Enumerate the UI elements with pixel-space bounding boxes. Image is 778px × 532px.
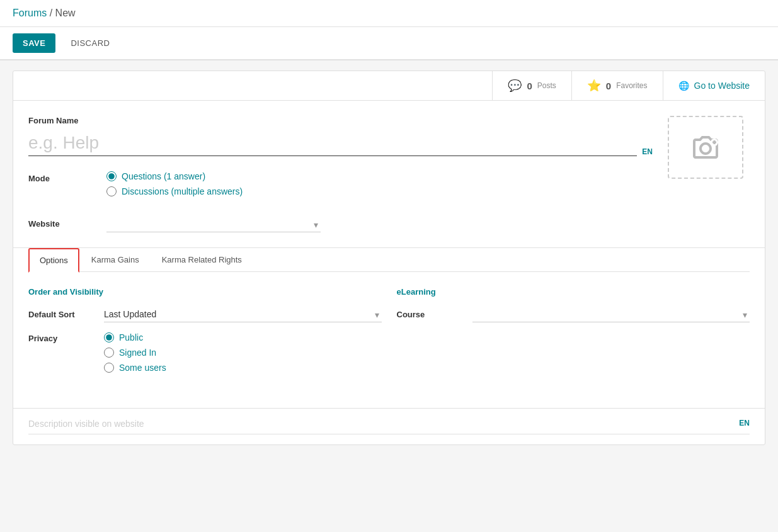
default-sort-row: Default Sort Last Updated Most Voted New… (28, 307, 382, 322)
privacy-some-users-label: Some users (119, 363, 166, 373)
favorites-label: Favorites (616, 81, 647, 90)
tab-options[interactable]: Options (28, 248, 79, 273)
tabs-section: Options Karma Gains Karma Related Rights… (13, 247, 765, 403)
course-row: Course ▾ (397, 307, 750, 322)
photo-upload[interactable] (668, 116, 743, 179)
tab-content-grid: Order and Visibility Default Sort Last U… (28, 287, 750, 388)
order-visibility-title: Order and Visibility (28, 287, 382, 297)
discard-button[interactable]: DISCARD (60, 33, 120, 53)
elearning-title: eLearning (397, 287, 750, 297)
tabs-bar: Options Karma Gains Karma Related Rights (28, 248, 750, 272)
website-field: Website ▾ (28, 217, 653, 232)
default-sort-label: Default Sort (28, 310, 104, 319)
go-website-label: Go to Website (694, 81, 750, 91)
mode-questions-label: Questions (1 answer) (122, 171, 205, 181)
save-button[interactable]: SAVE (13, 33, 55, 53)
posts-stat: 💬 0 Posts (492, 71, 571, 100)
description-row: Description visible on website EN (28, 419, 750, 434)
mode-field: Mode Questions (1 answer) Discussions (m… (28, 171, 653, 201)
privacy-signed-in[interactable]: Signed In (104, 348, 166, 358)
privacy-some-users[interactable]: Some users (104, 363, 166, 373)
tab-content-options: Order and Visibility Default Sort Last U… (28, 271, 750, 403)
course-select-wrapper: ▾ (472, 307, 750, 322)
form-main: Forum Name EN Mode Questions (1 answer) … (28, 116, 653, 232)
mode-discussions[interactable]: Discussions (multiple answers) (106, 186, 653, 196)
privacy-public-label: Public (119, 332, 143, 342)
forum-name-field: Forum Name EN (28, 116, 653, 156)
privacy-row: Privacy Public Signed In (28, 332, 382, 378)
mode-discussions-label: Discussions (multiple answers) (122, 186, 243, 196)
main-content: 💬 0 Posts ⭐ 0 Favorites 🌐 Go to Website … (13, 71, 765, 445)
course-select[interactable] (472, 307, 750, 322)
mode-options: Questions (1 answer) Discussions (multip… (106, 171, 653, 201)
favorites-count: 0 (606, 81, 611, 91)
globe-icon: 🌐 (678, 81, 689, 91)
default-sort-select[interactable]: Last Updated Most Voted Newest Oldest (104, 307, 382, 322)
mode-questions[interactable]: Questions (1 answer) (106, 171, 653, 181)
go-to-website-link[interactable]: 🌐 Go to Website (663, 71, 765, 100)
top-bar: Forums / New (0, 0, 778, 27)
tab-karma-related-rights[interactable]: Karma Related Rights (151, 248, 253, 272)
stats-bar: 💬 0 Posts ⭐ 0 Favorites 🌐 Go to Website (13, 71, 765, 101)
privacy-label: Privacy (28, 332, 104, 343)
camera-plus-icon (690, 132, 721, 162)
elearning-section: eLearning Course ▾ (397, 287, 750, 388)
privacy-public[interactable]: Public (104, 332, 166, 342)
default-sort-select-wrapper: Last Updated Most Voted Newest Oldest ▾ (104, 307, 382, 322)
privacy-options: Public Signed In Some users (104, 332, 166, 378)
tab-karma-gains[interactable]: Karma Gains (81, 248, 150, 272)
forum-name-input[interactable] (28, 130, 637, 156)
forums-link[interactable]: Forums (13, 8, 47, 18)
favorites-stat: ⭐ 0 Favorites (571, 71, 663, 100)
order-visibility-section: Order and Visibility Default Sort Last U… (28, 287, 382, 388)
breadcrumb-separator: / (47, 8, 55, 18)
posts-icon: 💬 (508, 79, 522, 93)
favorites-icon: ⭐ (587, 79, 601, 93)
action-bar: SAVE DISCARD (0, 27, 778, 60)
mode-label: Mode (28, 171, 91, 183)
forum-name-label: Forum Name (28, 116, 653, 125)
breadcrumb-current: New (55, 8, 76, 18)
form-section: Forum Name EN Mode Questions (1 answer) … (13, 101, 765, 247)
description-area: Description visible on website EN (13, 408, 765, 444)
website-label: Website (28, 217, 91, 229)
description-placeholder-text[interactable]: Description visible on website (28, 419, 144, 429)
website-select-wrapper: ▾ (106, 217, 321, 232)
forum-name-en-label: EN (642, 147, 653, 156)
website-select[interactable] (106, 217, 321, 232)
breadcrumb: Forums / New (13, 8, 76, 19)
posts-count: 0 (527, 81, 532, 91)
posts-label: Posts (537, 81, 556, 90)
form-side (668, 116, 750, 232)
description-en-label: EN (739, 419, 750, 429)
privacy-signed-in-label: Signed In (119, 348, 156, 358)
course-label: Course (397, 310, 472, 319)
